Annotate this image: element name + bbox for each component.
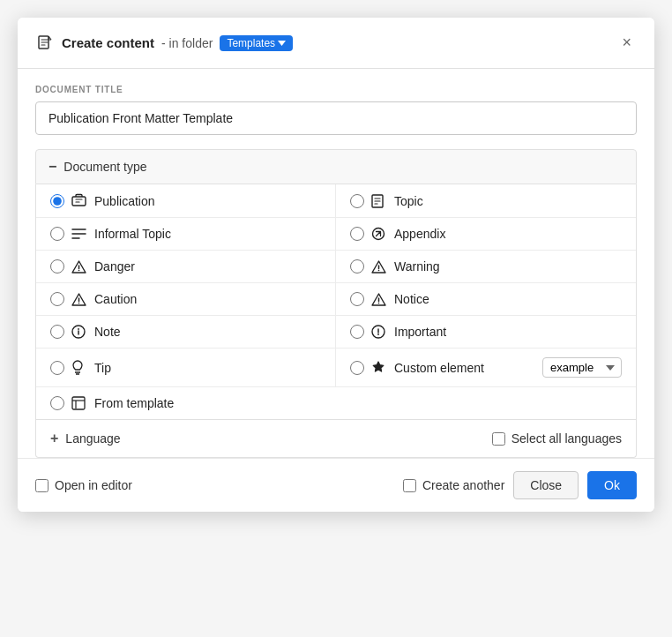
language-label: Language xyxy=(65,431,120,446)
modal-title: Create content - in folder Templates xyxy=(62,35,293,51)
label-custom-element[interactable]: Custom element xyxy=(394,361,484,375)
radio-topic[interactable] xyxy=(350,194,364,208)
create-another-checkbox[interactable] xyxy=(403,479,416,492)
grid-row-1: Publication Topic xyxy=(36,184,636,218)
cell-informal-topic: Informal Topic xyxy=(36,218,336,251)
cell-tip: Tip xyxy=(36,348,336,386)
grid-row-2: Informal Topic Appendix xyxy=(36,218,636,251)
svg-rect-12 xyxy=(72,397,85,409)
section-title: Document type xyxy=(63,160,146,174)
label-topic[interactable]: Topic xyxy=(394,194,423,208)
cell-danger: Danger xyxy=(36,251,336,283)
document-title-label: DOCUMENT TITLE xyxy=(35,85,637,94)
select-all-languages-checkbox[interactable] xyxy=(492,432,505,446)
tip-icon xyxy=(71,360,87,375)
label-informal-topic[interactable]: Informal Topic xyxy=(94,227,171,241)
radio-tip[interactable] xyxy=(50,361,64,375)
cell-appendix: Appendix xyxy=(336,218,636,251)
grid-row-3: Danger Warning xyxy=(36,251,636,283)
radio-informal-topic[interactable] xyxy=(50,227,64,241)
publication-icon xyxy=(71,193,87,208)
svg-point-9 xyxy=(78,328,79,330)
modal-header: Create content - in folder Templates × xyxy=(18,18,654,69)
label-note[interactable]: Note xyxy=(94,325,121,339)
cell-important: Important xyxy=(336,316,636,348)
document-type-section-header[interactable]: − Document type xyxy=(35,149,637,184)
radio-important[interactable] xyxy=(350,325,364,339)
radio-publication[interactable] xyxy=(50,194,64,208)
label-appendix[interactable]: Appendix xyxy=(394,227,445,241)
topic-icon xyxy=(371,194,387,208)
grid-row-6: Tip Custom element example option1 optio… xyxy=(36,348,636,386)
folder-badge[interactable]: Templates xyxy=(220,35,293,51)
important-icon xyxy=(371,325,387,339)
radio-notice[interactable] xyxy=(350,292,364,306)
cell-from-template: From template xyxy=(36,387,636,419)
svg-point-4 xyxy=(78,269,80,271)
warning-icon xyxy=(371,260,387,274)
informal-topic-icon xyxy=(71,228,87,240)
radio-caution[interactable] xyxy=(50,292,64,306)
from-template-icon xyxy=(71,396,87,410)
ok-button[interactable]: Ok xyxy=(587,471,637,499)
select-all-languages-label[interactable]: Select all languages xyxy=(492,431,622,446)
label-caution[interactable]: Caution xyxy=(94,292,137,306)
collapse-icon: − xyxy=(49,159,56,175)
cell-custom-element: Custom element example option1 option2 xyxy=(336,348,636,386)
label-publication[interactable]: Publication xyxy=(94,194,155,208)
label-danger[interactable]: Danger xyxy=(94,259,135,274)
grid-row-5: Note Important xyxy=(36,316,636,348)
modal-body: DOCUMENT TITLE − Document type Publicati… xyxy=(18,69,654,458)
svg-rect-1 xyxy=(72,197,86,206)
radio-custom-element[interactable] xyxy=(350,361,364,375)
cell-notice: Notice xyxy=(336,283,636,316)
custom-element-select[interactable]: example option1 option2 xyxy=(542,357,622,378)
label-important[interactable]: Important xyxy=(394,325,446,339)
cell-topic: Topic xyxy=(336,184,636,218)
radio-appendix[interactable] xyxy=(350,227,364,241)
add-language-icon: + xyxy=(50,431,58,446)
svg-point-6 xyxy=(78,302,80,304)
caution-icon xyxy=(71,293,87,306)
custom-element-icon xyxy=(371,361,387,374)
language-row: + Language Select all languages xyxy=(36,419,636,457)
close-button[interactable]: Close xyxy=(513,471,579,499)
open-in-editor-checkbox[interactable] xyxy=(35,479,49,492)
svg-point-5 xyxy=(378,269,380,271)
create-another-label[interactable]: Create another xyxy=(403,478,504,492)
label-warning[interactable]: Warning xyxy=(394,259,440,274)
radio-from-template[interactable] xyxy=(50,396,64,410)
svg-point-7 xyxy=(378,302,380,304)
notice-icon xyxy=(371,293,387,306)
from-template-row: From template xyxy=(36,386,636,419)
open-in-editor-label[interactable]: Open in editor xyxy=(35,478,132,492)
close-icon-button[interactable]: × xyxy=(616,30,637,56)
cell-warning: Warning xyxy=(336,251,636,283)
grid-row-4: Caution Notice xyxy=(36,283,636,316)
svg-point-11 xyxy=(377,333,379,335)
radio-note[interactable] xyxy=(50,325,64,339)
radio-warning[interactable] xyxy=(350,259,364,274)
appendix-icon xyxy=(371,227,387,241)
label-from-template[interactable]: From template xyxy=(94,396,174,410)
label-tip[interactable]: Tip xyxy=(94,361,111,375)
label-notice[interactable]: Notice xyxy=(394,292,429,306)
document-icon xyxy=(35,34,55,53)
note-icon xyxy=(71,325,87,339)
cell-note: Note xyxy=(36,316,336,348)
document-title-input[interactable] xyxy=(35,101,637,135)
danger-icon xyxy=(71,260,87,274)
modal-actions: Open in editor Create another Close Ok xyxy=(18,458,654,512)
cell-caution: Caution xyxy=(36,283,336,316)
radio-danger[interactable] xyxy=(50,259,64,274)
cell-publication: Publication xyxy=(36,184,336,218)
document-type-grid: Publication Topic xyxy=(35,184,637,458)
